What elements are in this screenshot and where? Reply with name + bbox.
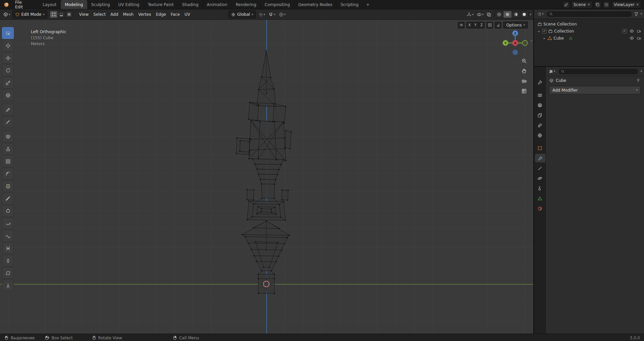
viewport-menu-view[interactable]: View xyxy=(77,12,91,17)
viewport-menu-mesh[interactable]: Mesh xyxy=(121,12,136,17)
tool-smooth[interactable] xyxy=(2,230,14,242)
tool-scale[interactable] xyxy=(2,77,14,89)
viewport-menu-vertex[interactable]: Vertex xyxy=(136,12,154,17)
tool-inset-faces[interactable] xyxy=(2,155,14,167)
tool-shear[interactable] xyxy=(2,267,14,279)
tool-shrink-fatten[interactable] xyxy=(2,255,14,266)
add-modifier-button[interactable]: Add Modifier ▾ xyxy=(549,86,641,94)
properties-search-input[interactable] xyxy=(558,68,639,75)
properties-tab-output[interactable] xyxy=(534,101,545,109)
viewport-menu-face[interactable]: Face xyxy=(168,12,182,17)
tool-move[interactable] xyxy=(2,52,14,64)
blender-logo[interactable] xyxy=(0,0,12,9)
viewport-menu-add[interactable]: Add xyxy=(108,12,120,17)
properties-editor-type-button[interactable]: ▾ xyxy=(548,68,556,75)
tool-loop-cut[interactable] xyxy=(2,180,14,192)
viewport-canvas[interactable]: Left Orthographic (155) Cube Meters XYZ … xyxy=(0,20,533,334)
eye-icon[interactable] xyxy=(629,36,634,41)
xray-toggle-button[interactable] xyxy=(485,11,492,18)
tool-add-cube[interactable] xyxy=(2,131,14,142)
pivot-point-button[interactable]: ▾ xyxy=(257,11,266,18)
tool-edge-slide[interactable] xyxy=(2,242,14,254)
mode-dropdown[interactable]: Edit Mode ▾ xyxy=(12,10,47,18)
zoom-button[interactable] xyxy=(520,57,528,65)
face-select-button[interactable] xyxy=(65,11,73,18)
mirror-axis-z-button[interactable]: Z xyxy=(479,22,484,28)
properties-tab-constraints[interactable] xyxy=(534,184,545,193)
workspace-tab-scripting[interactable]: Scripting xyxy=(336,0,363,9)
scene-selector[interactable]: Scene ✕ xyxy=(571,1,593,8)
collection-checkbox[interactable]: ✓ xyxy=(542,29,547,34)
pin-icon[interactable] xyxy=(636,78,641,83)
menu-file[interactable]: File xyxy=(12,0,34,5)
shading-wireframe-button[interactable] xyxy=(495,11,503,18)
show-overlays-button[interactable]: ▾ xyxy=(476,11,485,18)
properties-tab-tool[interactable] xyxy=(534,78,545,87)
menu-edit[interactable]: Edit xyxy=(12,5,34,9)
shading-solid-button[interactable] xyxy=(503,11,512,18)
properties-tab-world[interactable] xyxy=(534,131,545,140)
outliner-row-collection[interactable]: ▸ ✓ Collection ✓ xyxy=(534,28,644,35)
camera-icon[interactable] xyxy=(637,29,641,34)
caret-down-icon[interactable]: ▾ xyxy=(640,70,642,73)
exclude-checkbox[interactable]: ✓ xyxy=(622,29,627,34)
outliner-row-cube[interactable]: ▸ Cube xyxy=(534,35,644,42)
caret-down-icon[interactable]: ▾ xyxy=(640,12,642,15)
tool-select-box[interactable] xyxy=(2,27,14,39)
snap-toggle-button[interactable]: ▾ xyxy=(267,11,276,18)
mirror-button[interactable] xyxy=(458,22,465,29)
show-gizmo-button[interactable]: ▾ xyxy=(466,11,475,18)
properties-tab-material[interactable] xyxy=(534,204,545,213)
gizmo-y-neg[interactable] xyxy=(522,40,527,45)
workspace-tab-sculpting[interactable]: Sculpting xyxy=(87,0,114,9)
workspace-tab-uv-editing[interactable]: UV Editing xyxy=(114,0,144,9)
caret-down-icon[interactable]: ▾ xyxy=(530,13,531,16)
camera-icon[interactable] xyxy=(637,36,641,41)
properties-tab-view-layer[interactable] xyxy=(534,111,545,119)
collapse-panel-arrow[interactable]: ‹ xyxy=(531,38,532,43)
new-scene-button[interactable] xyxy=(594,1,601,8)
shading-material-button[interactable] xyxy=(512,11,520,18)
proportional-edit-button[interactable]: ▾ xyxy=(278,11,287,18)
tool-rip-region[interactable] xyxy=(2,280,14,291)
view-layer-selector[interactable]: ViewLayer ✕ xyxy=(611,1,641,8)
pan-button[interactable] xyxy=(520,67,528,75)
mirror-axis-y-button[interactable]: Y xyxy=(473,22,479,28)
workspace-tab-layout[interactable]: Layout xyxy=(39,0,61,9)
tool-knife[interactable] xyxy=(2,193,14,204)
add-workspace-button[interactable]: + xyxy=(363,0,373,9)
shading-rendered-button[interactable] xyxy=(520,11,528,18)
view-layer-icon-button[interactable] xyxy=(603,1,610,8)
outliner-row-scene-collection[interactable]: Scene Collection xyxy=(534,20,644,28)
workspace-tab-compositing[interactable]: Compositing xyxy=(261,0,294,9)
vertex-select-button[interactable] xyxy=(50,11,58,18)
navigation-gizmo[interactable]: Z Y X xyxy=(502,30,529,56)
tool-rotate[interactable] xyxy=(2,64,14,76)
viewport-menu-edge[interactable]: Edge xyxy=(154,12,168,17)
workspace-tab-modeling[interactable]: Modeling xyxy=(61,0,87,9)
properties-tab-object[interactable] xyxy=(534,144,545,152)
tool-annotate[interactable] xyxy=(2,104,14,115)
snap-increment-button[interactable] xyxy=(495,22,501,29)
editor-type-button[interactable]: ▾ xyxy=(2,11,11,18)
disclosure-icon[interactable]: ▸ xyxy=(543,37,546,40)
tool-bevel[interactable] xyxy=(2,168,14,180)
view-layer-remove-icon[interactable]: ✕ xyxy=(636,3,639,6)
outliner-editor-type-button[interactable]: ▾ xyxy=(536,11,545,17)
viewport-menu-uv[interactable]: UV xyxy=(182,12,193,17)
filter-icon[interactable] xyxy=(634,12,639,16)
edge-select-button[interactable] xyxy=(58,11,65,18)
scene-unlink-icon[interactable]: ✕ xyxy=(587,3,590,6)
disclosure-icon[interactable]: ▸ xyxy=(537,30,541,33)
workspace-tab-rendering[interactable]: Rendering xyxy=(232,0,261,9)
orientation-dropdown[interactable]: Global ▾ xyxy=(228,10,256,18)
eye-icon[interactable] xyxy=(629,29,634,34)
tool-poly-build[interactable] xyxy=(2,205,14,217)
properties-tab-scene[interactable] xyxy=(534,121,545,130)
tool-measure[interactable] xyxy=(2,116,14,128)
workspace-tab-animation[interactable]: Animation xyxy=(203,0,232,9)
camera-view-button[interactable] xyxy=(520,77,528,85)
tool-cursor[interactable] xyxy=(2,40,14,51)
tool-extrude-region[interactable] xyxy=(2,143,14,155)
gizmo-z-neg[interactable] xyxy=(513,50,518,55)
